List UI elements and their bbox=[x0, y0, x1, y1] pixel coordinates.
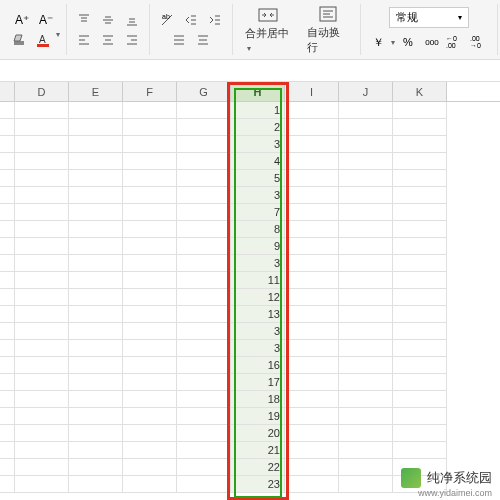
cell[interactable] bbox=[285, 136, 339, 153]
orientation-button[interactable]: ab bbox=[156, 10, 178, 30]
clear-format-button[interactable] bbox=[8, 30, 30, 50]
cell[interactable] bbox=[339, 119, 393, 136]
cell[interactable] bbox=[393, 136, 447, 153]
cell[interactable] bbox=[285, 170, 339, 187]
cell[interactable] bbox=[177, 391, 231, 408]
cell[interactable] bbox=[15, 323, 69, 340]
cell[interactable] bbox=[123, 408, 177, 425]
cell[interactable] bbox=[69, 425, 123, 442]
cell[interactable] bbox=[339, 374, 393, 391]
cell[interactable]: 20 bbox=[231, 425, 285, 442]
align-top-button[interactable] bbox=[73, 10, 95, 30]
cell[interactable] bbox=[177, 187, 231, 204]
column-header-I[interactable]: I bbox=[285, 82, 339, 101]
cell[interactable] bbox=[69, 153, 123, 170]
cell[interactable] bbox=[393, 289, 447, 306]
cell[interactable] bbox=[15, 187, 69, 204]
cell[interactable] bbox=[177, 374, 231, 391]
cell[interactable] bbox=[393, 323, 447, 340]
cell[interactable] bbox=[177, 476, 231, 493]
cell[interactable] bbox=[15, 119, 69, 136]
cell[interactable] bbox=[69, 221, 123, 238]
cell[interactable] bbox=[123, 340, 177, 357]
cell[interactable] bbox=[285, 187, 339, 204]
cell[interactable] bbox=[15, 340, 69, 357]
cell[interactable] bbox=[69, 136, 123, 153]
cell[interactable] bbox=[177, 255, 231, 272]
cell[interactable]: 17 bbox=[231, 374, 285, 391]
cell[interactable] bbox=[123, 323, 177, 340]
cell[interactable] bbox=[393, 408, 447, 425]
cell[interactable] bbox=[393, 221, 447, 238]
cell[interactable] bbox=[123, 459, 177, 476]
cell[interactable] bbox=[123, 476, 177, 493]
cell[interactable] bbox=[123, 136, 177, 153]
cell[interactable] bbox=[285, 357, 339, 374]
cell[interactable]: 5 bbox=[231, 170, 285, 187]
cell[interactable] bbox=[15, 476, 69, 493]
cell[interactable] bbox=[69, 391, 123, 408]
font-increase-button[interactable]: A⁺ bbox=[11, 10, 33, 30]
cell[interactable] bbox=[339, 204, 393, 221]
column-header-G[interactable]: G bbox=[177, 82, 231, 101]
increase-indent-button[interactable] bbox=[204, 10, 226, 30]
align-middle-button[interactable] bbox=[97, 10, 119, 30]
cell[interactable]: 3 bbox=[231, 255, 285, 272]
cell[interactable] bbox=[177, 408, 231, 425]
cell[interactable] bbox=[123, 272, 177, 289]
cell[interactable] bbox=[177, 442, 231, 459]
cell[interactable] bbox=[339, 459, 393, 476]
column-header-H[interactable]: H bbox=[231, 82, 285, 101]
cell[interactable] bbox=[177, 459, 231, 476]
cell[interactable] bbox=[393, 153, 447, 170]
font-decrease-button[interactable]: A⁻ bbox=[35, 10, 57, 30]
cell[interactable] bbox=[285, 442, 339, 459]
cell[interactable] bbox=[393, 272, 447, 289]
cell[interactable] bbox=[285, 459, 339, 476]
column-header-J[interactable]: J bbox=[339, 82, 393, 101]
cell[interactable] bbox=[69, 476, 123, 493]
comma-button[interactable]: 000 bbox=[421, 32, 443, 52]
cell[interactable] bbox=[339, 408, 393, 425]
cell[interactable] bbox=[393, 238, 447, 255]
align-left-button[interactable] bbox=[73, 30, 95, 50]
increase-decimal-button[interactable]: .00 →0 bbox=[469, 32, 491, 52]
cell[interactable] bbox=[123, 425, 177, 442]
cell[interactable] bbox=[177, 221, 231, 238]
cell[interactable] bbox=[69, 255, 123, 272]
percent-button[interactable]: % bbox=[397, 32, 419, 52]
cell[interactable] bbox=[393, 391, 447, 408]
cell[interactable] bbox=[285, 238, 339, 255]
cell[interactable] bbox=[393, 170, 447, 187]
cell[interactable] bbox=[339, 272, 393, 289]
cell[interactable] bbox=[69, 119, 123, 136]
cell[interactable] bbox=[285, 340, 339, 357]
cell[interactable] bbox=[339, 323, 393, 340]
cell[interactable] bbox=[69, 170, 123, 187]
column-header-D[interactable]: D bbox=[15, 82, 69, 101]
cell[interactable] bbox=[339, 289, 393, 306]
cell[interactable] bbox=[393, 204, 447, 221]
cell[interactable] bbox=[393, 340, 447, 357]
cell[interactable] bbox=[177, 119, 231, 136]
justify-button[interactable] bbox=[168, 30, 190, 50]
cell[interactable] bbox=[177, 102, 231, 119]
cell[interactable] bbox=[285, 425, 339, 442]
cell[interactable] bbox=[339, 136, 393, 153]
cell[interactable] bbox=[285, 221, 339, 238]
cell[interactable] bbox=[393, 357, 447, 374]
cell[interactable] bbox=[177, 272, 231, 289]
cell[interactable] bbox=[393, 306, 447, 323]
cell[interactable] bbox=[285, 391, 339, 408]
cell[interactable] bbox=[285, 204, 339, 221]
cell[interactable] bbox=[15, 459, 69, 476]
cell[interactable] bbox=[339, 238, 393, 255]
cell[interactable]: 16 bbox=[231, 357, 285, 374]
cell[interactable]: 3 bbox=[231, 340, 285, 357]
cell[interactable] bbox=[339, 187, 393, 204]
cell[interactable]: 23 bbox=[231, 476, 285, 493]
cell[interactable] bbox=[177, 306, 231, 323]
cell[interactable]: 21 bbox=[231, 442, 285, 459]
cell[interactable] bbox=[15, 204, 69, 221]
cell[interactable] bbox=[393, 374, 447, 391]
